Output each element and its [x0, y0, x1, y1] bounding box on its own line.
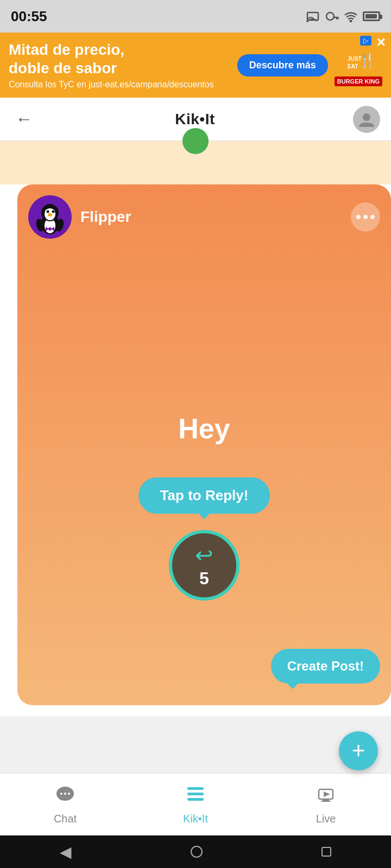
card-message: Hey: [28, 412, 380, 445]
kikit-nav-label: Kik•It: [183, 813, 208, 825]
prev-message-bar: [0, 141, 391, 184]
reply-circle-container: ↩ 5: [28, 530, 380, 601]
create-post-button[interactable]: Create Post!: [271, 649, 380, 684]
list-icon: [185, 784, 206, 805]
live-nav-icon: [316, 784, 336, 809]
svg-point-2: [326, 12, 334, 20]
user-avatar: [28, 195, 72, 239]
create-post-container: Create Post!: [271, 649, 380, 684]
status-time: 00:55: [11, 8, 47, 25]
svg-marker-36: [324, 792, 330, 797]
svg-text:🍴: 🍴: [358, 52, 373, 69]
svg-point-24: [48, 227, 52, 231]
tap-reply-container: Tap to Reply!: [28, 477, 380, 514]
svg-rect-33: [187, 793, 204, 795]
svg-point-21: [48, 213, 52, 216]
more-options-button[interactable]: [351, 202, 380, 232]
back-button[interactable]: ←: [11, 105, 37, 133]
svg-rect-37: [323, 799, 329, 801]
card-user-name: Flipper: [80, 208, 131, 226]
ad-discover-button[interactable]: Descubre más: [237, 54, 328, 76]
card-header: Flipper: [28, 195, 380, 239]
chat-icon: [55, 784, 75, 805]
svg-point-6: [350, 20, 352, 23]
kikit-nav-icon: [185, 784, 206, 809]
chat-nav-label: Chat: [54, 813, 77, 825]
reply-circle-button[interactable]: ↩ 5: [169, 530, 239, 601]
bottom-nav: Chat Kik•It Live: [0, 773, 391, 835]
profile-icon: [358, 111, 375, 128]
svg-point-31: [68, 793, 70, 795]
ad-text-block: Mitad de precio, doble de sabor Consulta…: [9, 41, 237, 89]
svg-point-30: [64, 793, 66, 795]
header-title: Kik•It: [175, 111, 215, 128]
svg-text:EAT: EAT: [348, 63, 358, 69]
ad-logos: JUST EAT 🍴 BURGER KING: [335, 44, 382, 86]
svg-point-19: [47, 210, 49, 213]
nav-item-live[interactable]: Live: [261, 784, 391, 825]
more-dot-2: [363, 215, 368, 219]
fab-add-button[interactable]: +: [339, 731, 378, 770]
flipper-avatar-icon: [28, 195, 72, 239]
card-wrapper: Flipper Hey Tap to Reply! ↩ 5 Create Pos…: [0, 184, 391, 716]
more-dot-3: [370, 215, 375, 219]
nav-item-chat[interactable]: Chat: [0, 784, 130, 825]
live-icon: [316, 784, 336, 805]
android-home-button[interactable]: [191, 846, 203, 858]
burger-king-logo: BURGER KING: [335, 76, 382, 86]
reply-icon: ↩: [195, 542, 213, 567]
cast-icon: [306, 10, 321, 22]
key-icon: [326, 10, 339, 22]
reply-count: 5: [199, 569, 209, 589]
battery-icon: [363, 11, 380, 21]
svg-rect-32: [187, 787, 204, 790]
just-eat-icon: JUST EAT 🍴: [343, 44, 373, 74]
live-nav-label: Live: [316, 813, 336, 825]
profile-avatar[interactable]: [353, 106, 380, 133]
status-icons: [306, 10, 380, 22]
status-bar: 00:55: [0, 0, 391, 33]
main-card: Flipper Hey Tap to Reply! ↩ 5 Create Pos…: [17, 184, 391, 705]
ad-close-icon[interactable]: ✕: [376, 36, 386, 50]
android-recents-button[interactable]: [321, 847, 331, 857]
ad-title: Mitad de precio, doble de sabor: [9, 41, 237, 77]
ad-badge: ▷: [360, 36, 371, 46]
more-dot-1: [356, 215, 361, 219]
svg-point-29: [60, 793, 62, 795]
svg-point-11: [363, 113, 370, 121]
svg-point-1: [306, 20, 308, 22]
nav-item-kikit[interactable]: Kik•It: [130, 784, 261, 825]
tap-reply-button[interactable]: Tap to Reply!: [138, 477, 270, 514]
svg-point-20: [52, 210, 55, 213]
ad-subtitle: Consulta los TyC en just-eat.es/campana/…: [9, 80, 237, 90]
svg-rect-34: [187, 798, 204, 801]
ad-banner: Mitad de precio, doble de sabor Consulta…: [0, 33, 391, 98]
svg-rect-38: [321, 801, 331, 802]
android-back-button[interactable]: ◀: [60, 843, 72, 861]
card-user: Flipper: [28, 195, 131, 239]
android-nav: ◀: [0, 835, 391, 868]
wifi-icon: [343, 10, 358, 22]
prev-msg-dot: [182, 128, 209, 154]
chat-nav-icon: [55, 784, 75, 809]
